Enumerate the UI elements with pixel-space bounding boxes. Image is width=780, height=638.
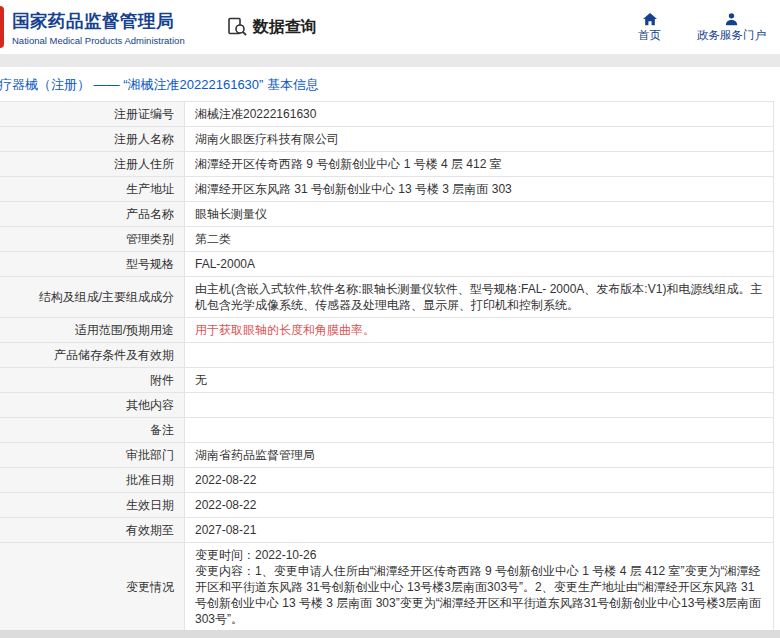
home-icon: [642, 12, 658, 26]
row-label: 注册证编号: [0, 102, 185, 126]
module-title: 数据查询: [227, 17, 317, 38]
row-value-text: 湖南火眼医疗科技有限公司: [195, 131, 763, 147]
row-label: 注册人名称: [0, 127, 185, 151]
row-value: [185, 393, 773, 417]
table-row: 注册证编号湘械注准20222161630: [0, 102, 773, 127]
data-query-icon: [227, 17, 247, 37]
row-label: 附件: [0, 368, 185, 392]
site-subtitle: National Medical Products Administration: [12, 35, 185, 46]
row-label-text: 型号规格: [126, 256, 174, 272]
table-row: 附件无: [0, 368, 773, 393]
row-value: 湘潭经开区传奇西路 9 号创新创业中心 1 号楼 4 层 412 室: [185, 152, 773, 176]
table-row: 审批部门湖南省药品监督管理局: [0, 443, 773, 468]
header-separator-band: [0, 54, 780, 67]
row-value-text: 变更时间：2022-10-26 变更内容：1、变更申请人住所由“湘潭经开区传奇西…: [195, 547, 763, 627]
footer-strip: [0, 630, 780, 638]
row-value-text: FAL-2000A: [195, 256, 763, 272]
row-label-text: 有效期至: [126, 522, 174, 538]
row-label: 适用范围/预期用途: [0, 318, 185, 342]
table-row: 批准日期2022-08-22: [0, 468, 773, 493]
table-row: 产品名称眼轴长测量仪: [0, 202, 773, 227]
table-row: 生效日期2022-08-22: [0, 493, 773, 518]
header: 国家药品监督管理局 National Medical Products Admi…: [0, 0, 780, 54]
row-value-text: 2022-08-22: [195, 497, 763, 513]
row-label: 管理类别: [0, 227, 185, 251]
row-label: 结构及组成/主要组成成分: [0, 277, 185, 317]
table-row: 注册人名称湖南火眼医疗科技有限公司: [0, 127, 773, 152]
row-value: [185, 418, 773, 442]
nav-home-label: 首页: [638, 28, 661, 43]
table-row: 注册人住所湘潭经开区传奇西路 9 号创新创业中心 1 号楼 4 层 412 室: [0, 152, 773, 177]
row-value: 2022-08-22: [185, 493, 773, 517]
row-label-text: 管理类别: [126, 231, 174, 247]
page: 国家药品监督管理局 National Medical Products Admi…: [0, 0, 780, 638]
row-label-text: 批准日期: [126, 472, 174, 488]
row-label: 变更情况: [0, 543, 185, 631]
table-row: 生产地址湘潭经开区东风路 31 号创新创业中心 13 号楼 3 层南面 303: [0, 177, 773, 202]
row-label: 生产地址: [0, 177, 185, 201]
row-value: 湖南火眼医疗科技有限公司: [185, 127, 773, 151]
row-value: 湖南省药品监督管理局: [185, 443, 773, 467]
row-label-text: 其他内容: [126, 397, 174, 413]
row-label-text: 备注: [150, 422, 174, 438]
row-label: 型号规格: [0, 252, 185, 276]
info-table: 注册证编号湘械注准20222161630注册人名称湖南火眼医疗科技有限公司注册人…: [0, 101, 774, 638]
row-label-text: 产品名称: [126, 206, 174, 222]
nmpa-emblem-logo: [0, 6, 4, 48]
row-label: 批准日期: [0, 468, 185, 492]
row-label-text: 附件: [150, 372, 174, 388]
row-value: 2022-08-22: [185, 468, 773, 492]
row-value: 湘械注准20222161630: [185, 102, 773, 126]
nav-home[interactable]: 首页: [638, 12, 661, 43]
row-value-text: 湖南省药品监督管理局: [195, 447, 763, 463]
row-label-text: 注册人名称: [114, 131, 174, 147]
row-value-text: 用于获取眼轴的长度和角膜曲率。: [195, 322, 763, 338]
row-value: 变更时间：2022-10-26 变更内容：1、变更申请人住所由“湘潭经开区传奇西…: [185, 543, 773, 631]
row-value-text: 湘潭经开区东风路 31 号创新创业中心 13 号楼 3 层南面 303: [195, 181, 763, 197]
row-label: 产品储存条件及有效期: [0, 343, 185, 367]
row-value-text: 2027-08-21: [195, 522, 763, 538]
row-value: 用于获取眼轴的长度和角膜曲率。: [185, 318, 773, 342]
row-value-text: 2022-08-22: [195, 472, 763, 488]
row-label: 注册人住所: [0, 152, 185, 176]
nav-gov-portal-label: 政务服务门户: [697, 28, 766, 43]
table-row: 型号规格FAL-2000A: [0, 252, 773, 277]
row-value: 第二类: [185, 227, 773, 251]
row-value-text: 湘潭经开区传奇西路 9 号创新创业中心 1 号楼 4 层 412 室: [195, 156, 763, 172]
person-icon: [724, 12, 739, 26]
row-label-text: 生效日期: [126, 497, 174, 513]
table-row: 产品储存条件及有效期: [0, 343, 773, 368]
row-label-text: 结构及组成/主要组成成分: [39, 289, 174, 305]
row-value-text: 湘械注准20222161630: [195, 106, 763, 122]
header-nav: 首页 政务服务门户: [638, 12, 766, 43]
row-label: 有效期至: [0, 518, 185, 542]
row-label-text: 注册证编号: [114, 106, 174, 122]
row-label: 其他内容: [0, 393, 185, 417]
table-row: 适用范围/预期用途用于获取眼轴的长度和角膜曲率。: [0, 318, 773, 343]
row-value: FAL-2000A: [185, 252, 773, 276]
row-label-text: 审批部门: [126, 447, 174, 463]
row-value: [185, 343, 773, 367]
table-row: 其他内容: [0, 393, 773, 418]
row-value-text: 眼轴长测量仪: [195, 206, 763, 222]
row-label-text: 生产地址: [126, 181, 174, 197]
row-value-text: 无: [195, 372, 763, 388]
row-label-text: 产品储存条件及有效期: [54, 347, 174, 363]
row-label-text: 注册人住所: [114, 156, 174, 172]
table-row: 变更情况变更时间：2022-10-26 变更内容：1、变更申请人住所由“湘潭经开…: [0, 543, 773, 632]
row-value-text: 由主机(含嵌入式软件,软件名称:眼轴长测量仪软件、型号规格:FAL- 2000A…: [195, 281, 763, 313]
row-label-text: 适用范围/预期用途: [75, 322, 174, 338]
row-value: 湘潭经开区东风路 31 号创新创业中心 13 号楼 3 层南面 303: [185, 177, 773, 201]
row-label: 审批部门: [0, 443, 185, 467]
row-value: 由主机(含嵌入式软件,软件名称:眼轴长测量仪软件、型号规格:FAL- 2000A…: [185, 277, 773, 317]
site-title: 国家药品监督管理局: [12, 9, 185, 33]
table-row: 有效期至2027-08-21: [0, 518, 773, 543]
nav-gov-portal[interactable]: 政务服务门户: [697, 12, 766, 43]
row-label: 生效日期: [0, 493, 185, 517]
table-row: 管理类别第二类: [0, 227, 773, 252]
breadcrumb: 医疗器械（注册） —— “湘械注准20222161630” 基本信息: [0, 67, 780, 101]
row-label: 备注: [0, 418, 185, 442]
table-row: 结构及组成/主要组成成分由主机(含嵌入式软件,软件名称:眼轴长测量仪软件、型号规…: [0, 277, 773, 318]
row-value: 眼轴长测量仪: [185, 202, 773, 226]
row-value-text: 第二类: [195, 231, 763, 247]
